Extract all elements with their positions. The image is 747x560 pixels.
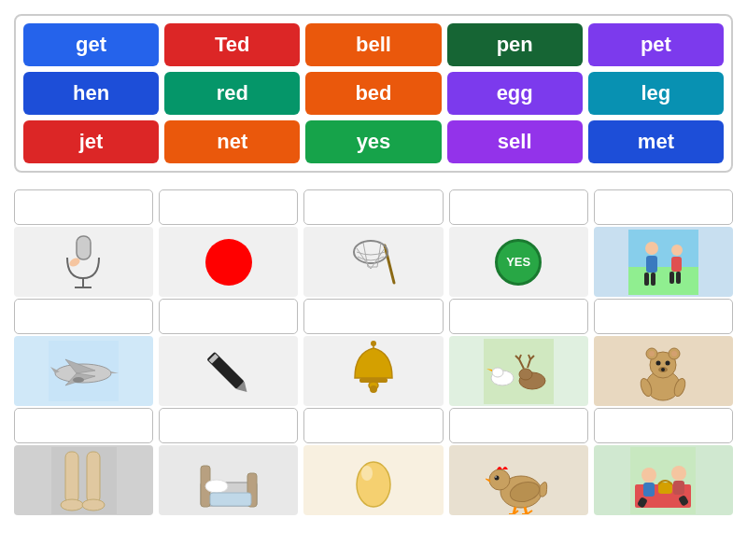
image-row-1: YES	[14, 227, 733, 297]
svg-line-66	[525, 507, 527, 514]
answer-box-3-5[interactable]	[594, 408, 733, 443]
answer-box-3-4[interactable]	[449, 408, 588, 443]
answer-box-3-1[interactable]	[14, 408, 153, 443]
image-animals	[449, 336, 588, 406]
word-btn-met[interactable]: met	[588, 120, 724, 163]
svg-point-48	[61, 499, 83, 511]
word-btn-yes[interactable]: yes	[305, 120, 441, 163]
yes-label: YES	[495, 239, 542, 286]
svg-rect-46	[65, 452, 78, 503]
image-bed	[159, 445, 298, 515]
word-btn-get[interactable]: get	[23, 23, 159, 66]
svg-point-61	[489, 469, 510, 490]
word-btn-hen[interactable]: hen	[23, 72, 159, 115]
word-btn-pet[interactable]: pet	[588, 23, 724, 66]
answer-row-1	[14, 189, 733, 225]
image-hen	[449, 445, 588, 515]
word-btn-leg[interactable]: leg	[588, 72, 724, 115]
svg-point-57	[357, 462, 390, 507]
answer-box-1-5[interactable]	[594, 189, 733, 225]
answer-box-2-2[interactable]	[159, 299, 298, 334]
image-people	[594, 227, 733, 297]
word-btn-egg[interactable]: egg	[447, 72, 583, 115]
svg-rect-8	[628, 267, 698, 295]
answer-box-2-3[interactable]	[303, 299, 443, 334]
svg-point-58	[361, 466, 373, 481]
svg-point-13	[671, 245, 683, 256]
word-btn-jet[interactable]: jet	[23, 120, 159, 163]
svg-rect-0	[77, 236, 91, 259]
svg-rect-55	[210, 493, 251, 506]
match-section: YES	[14, 189, 733, 517]
svg-point-54	[205, 480, 228, 493]
svg-point-31	[519, 369, 532, 380]
svg-point-42	[661, 368, 665, 371]
svg-point-9	[645, 242, 658, 255]
svg-point-19	[73, 377, 84, 383]
answer-box-2-5[interactable]	[594, 299, 733, 334]
word-btn-bell[interactable]: bell	[305, 23, 441, 66]
svg-rect-11	[644, 273, 649, 286]
image-microphone	[14, 227, 153, 297]
svg-rect-26	[371, 341, 376, 346]
image-picnic	[594, 445, 733, 515]
word-btn-red[interactable]: red	[164, 72, 300, 115]
svg-rect-73	[673, 481, 684, 495]
image-bell	[303, 336, 443, 406]
image-yes-button: YES	[449, 227, 588, 297]
svg-point-63	[495, 476, 497, 478]
svg-point-39	[656, 360, 661, 365]
svg-rect-12	[651, 273, 655, 286]
image-legs	[14, 445, 153, 515]
answer-box-2-1[interactable]	[14, 299, 153, 334]
answer-box-1-2[interactable]	[159, 189, 298, 225]
svg-rect-75	[658, 483, 672, 494]
svg-point-37	[649, 351, 655, 357]
word-btn-bed[interactable]: bed	[305, 72, 441, 115]
image-net	[303, 227, 443, 297]
word-grid: get Ted bell pen pet hen red bed egg leg…	[14, 14, 733, 173]
svg-point-62	[495, 475, 500, 480]
svg-point-72	[671, 466, 686, 481]
svg-rect-7	[628, 230, 698, 267]
word-btn-net[interactable]: net	[164, 120, 300, 163]
svg-rect-14	[671, 257, 682, 272]
answer-box-3-3[interactable]	[303, 408, 443, 443]
word-btn-sell[interactable]: sell	[447, 120, 583, 163]
image-red-dot	[159, 227, 298, 297]
svg-rect-10	[646, 256, 657, 273]
image-pen	[159, 336, 298, 406]
answer-row-3	[14, 408, 733, 443]
image-jet-plane	[14, 336, 153, 406]
svg-rect-47	[87, 452, 100, 503]
answer-box-1-1[interactable]	[14, 189, 153, 225]
answer-box-3-2[interactable]	[159, 408, 298, 443]
answer-box-2-4[interactable]	[449, 299, 588, 334]
answer-box-1-3[interactable]	[303, 189, 443, 225]
answer-box-1-4[interactable]	[449, 189, 588, 225]
word-btn-ted[interactable]: Ted	[164, 23, 300, 66]
svg-line-4	[385, 245, 394, 283]
main-container: get Ted bell pen pet hen red bed egg leg…	[0, 0, 747, 531]
svg-point-69	[641, 468, 656, 483]
svg-point-25	[370, 385, 377, 393]
image-egg	[303, 445, 443, 515]
svg-rect-70	[643, 483, 655, 497]
svg-point-49	[82, 499, 105, 511]
word-btn-pen[interactable]: pen	[447, 23, 583, 66]
image-teddy-bear	[594, 336, 733, 406]
svg-point-29	[492, 368, 503, 377]
svg-point-38	[671, 351, 677, 357]
answer-row-2	[14, 299, 733, 334]
svg-rect-16	[676, 272, 681, 284]
image-row-3	[14, 445, 733, 515]
svg-point-40	[666, 360, 670, 365]
svg-rect-15	[669, 272, 674, 284]
image-row-2	[14, 336, 733, 406]
